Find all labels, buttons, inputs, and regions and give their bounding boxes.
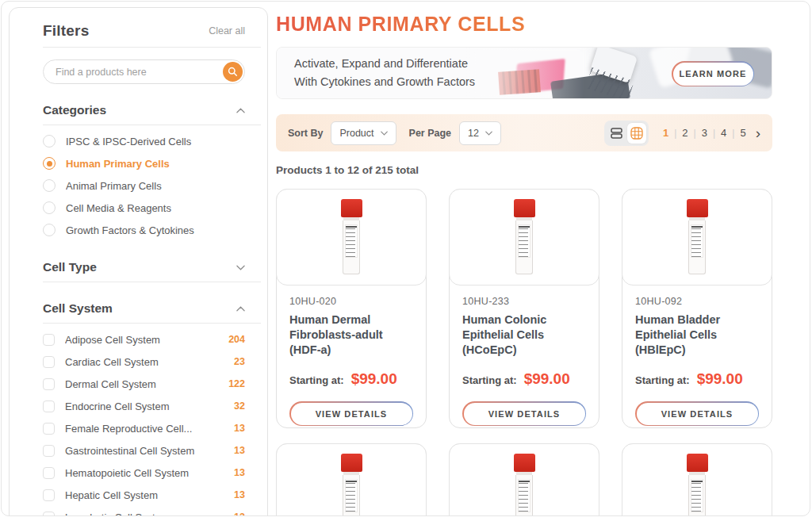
product-image[interactable] xyxy=(622,443,772,516)
radio-icon[interactable] xyxy=(43,201,56,214)
learn-more-button[interactable]: LEARN MORE xyxy=(672,61,754,86)
checkbox-icon[interactable] xyxy=(43,400,55,412)
cell-system-label: Gastrointestinal Cell System xyxy=(65,445,224,457)
list-view-button[interactable] xyxy=(607,123,626,144)
main-content: HUMAN PRIMARY CELLS Activate, Expand and… xyxy=(276,2,772,516)
checkbox-icon[interactable] xyxy=(43,489,55,501)
cell-system-count: 13 xyxy=(234,512,245,516)
category-option[interactable]: Human Primary Cells xyxy=(43,152,245,174)
cell-system-option[interactable]: Female Reproductive Cell... 13 xyxy=(43,417,245,439)
radio-icon[interactable] xyxy=(43,179,56,192)
category-option[interactable]: Growth Factors & Cytokines xyxy=(43,219,245,241)
cell-system-count: 204 xyxy=(228,334,245,345)
page-separator: | xyxy=(732,128,734,139)
clear-all-link[interactable]: Clear all xyxy=(209,25,245,36)
view-details-button[interactable]: VIEW DETAILS xyxy=(462,401,586,426)
checkbox-icon[interactable] xyxy=(43,467,55,479)
checkbox-icon[interactable] xyxy=(43,334,55,346)
cell-system-option[interactable]: Endocrine Cell System 32 xyxy=(43,395,245,417)
cell-system-option[interactable]: Gastrointestinal Cell System 13 xyxy=(43,439,245,462)
vial-image xyxy=(687,199,708,285)
checkbox-icon[interactable] xyxy=(43,378,55,390)
grid-view-button[interactable] xyxy=(627,123,646,144)
product-image[interactable] xyxy=(449,443,599,516)
page-separator: | xyxy=(694,128,696,139)
cell-system-label: Adipose Cell System xyxy=(65,334,218,346)
product-card xyxy=(276,443,427,516)
per-page-select[interactable]: 12 xyxy=(459,121,501,145)
page-title: HUMAN PRIMARY CELLS xyxy=(276,13,772,36)
product-card xyxy=(622,443,772,516)
product-card-body: 10HU-020 Human Dermal Fibroblasts-adult … xyxy=(277,285,426,426)
page-number[interactable]: 5 xyxy=(738,127,747,139)
categories-list: IPSC & IPSC-Derived Cells Human Primary … xyxy=(43,125,245,241)
product-sku: 10HU-092 xyxy=(635,296,759,307)
cell-system-count: 23 xyxy=(234,356,245,367)
cell-type-header[interactable]: Cell Type xyxy=(43,260,245,274)
page-number[interactable]: 4 xyxy=(719,127,728,139)
vial-image xyxy=(687,454,708,516)
page-number[interactable]: 2 xyxy=(680,127,689,139)
filters-title: Filters xyxy=(43,22,89,40)
search-box xyxy=(43,59,245,84)
cell-system-option[interactable]: Hepatic Cell System 13 xyxy=(43,484,245,506)
product-image[interactable] xyxy=(622,189,772,285)
checkbox-icon[interactable] xyxy=(43,356,55,368)
cell-system-option[interactable]: Cardiac Cell System 23 xyxy=(43,351,245,373)
category-option[interactable]: Animal Primary Cells xyxy=(43,174,245,197)
banner-line-2: With Cytokines and Growth Factors xyxy=(294,73,475,91)
page-separator: | xyxy=(674,128,676,139)
cell-system-option[interactable]: Adipose Cell System 204 xyxy=(43,328,245,351)
next-page-button[interactable]: › xyxy=(756,125,760,140)
radio-icon[interactable] xyxy=(43,135,56,148)
cell-system-label: Dermal Cell System xyxy=(65,378,218,390)
cell-system-count: 13 xyxy=(234,445,245,456)
radio-icon[interactable] xyxy=(43,157,56,170)
category-label: Animal Primary Cells xyxy=(66,180,245,192)
per-page-value: 12 xyxy=(468,128,479,139)
product-name[interactable]: Human Colonic Epithelial Cells (HCoEpC) xyxy=(462,312,586,358)
category-option[interactable]: IPSC & IPSC-Derived Cells xyxy=(43,130,245,152)
product-card: 10HU-020 Human Dermal Fibroblasts-adult … xyxy=(276,189,427,428)
cell-system-option[interactable]: Dermal Cell System 122 xyxy=(43,373,245,395)
product-name[interactable]: Human Bladder Epithelial Cells (HBlEpC) xyxy=(635,312,759,358)
checkbox-icon[interactable] xyxy=(43,423,55,435)
product-image[interactable] xyxy=(276,443,427,516)
checkbox-icon[interactable] xyxy=(43,445,55,457)
cell-system-label: Female Reproductive Cell... xyxy=(65,423,224,435)
pagination: 1|2|3|4|5 xyxy=(661,127,748,139)
categories-header[interactable]: Categories xyxy=(43,103,245,117)
price-row: Starting at: $99.00 xyxy=(289,370,413,388)
search-button[interactable] xyxy=(223,62,243,82)
view-details-button[interactable]: VIEW DETAILS xyxy=(635,401,759,426)
cell-type-title: Cell Type xyxy=(43,260,97,274)
chevron-down-icon xyxy=(236,265,245,270)
divider xyxy=(43,47,261,48)
category-label: Growth Factors & Cytokines xyxy=(66,224,245,236)
page-number[interactable]: 3 xyxy=(700,127,709,139)
cell-system-label: Hepatic Cell System xyxy=(65,489,224,501)
product-image[interactable] xyxy=(449,189,599,285)
sort-select[interactable]: Product xyxy=(331,121,396,145)
product-image[interactable] xyxy=(276,189,427,285)
view-details-button[interactable]: VIEW DETAILS xyxy=(289,401,413,426)
price-row: Starting at: $99.00 xyxy=(462,370,586,388)
radio-icon[interactable] xyxy=(43,224,56,236)
cell-system-option[interactable]: Lymphatic Cell System 13 xyxy=(43,506,245,516)
category-label: Human Primary Cells xyxy=(66,158,245,170)
product-name[interactable]: Human Dermal Fibroblasts-adult (HDF-a) xyxy=(289,312,413,358)
chevron-up-icon xyxy=(236,108,245,113)
cell-system-count: 32 xyxy=(234,400,245,412)
banner-line-1: Activate, Expand and Differentiate xyxy=(294,55,475,73)
page-number[interactable]: 1 xyxy=(661,127,670,139)
product-price: $99.00 xyxy=(351,370,397,388)
list-view-icon xyxy=(611,128,622,139)
checkbox-icon[interactable] xyxy=(43,512,55,517)
vial-image xyxy=(341,199,362,285)
search-input[interactable] xyxy=(43,59,245,84)
cell-system-option[interactable]: Hematopoietic Cell System 13 xyxy=(43,462,245,484)
page-separator: | xyxy=(713,128,715,139)
category-option[interactable]: Cell Media & Reagents xyxy=(43,197,245,219)
cell-system-header[interactable]: Cell System xyxy=(43,301,245,316)
cell-system-title: Cell System xyxy=(43,301,113,316)
